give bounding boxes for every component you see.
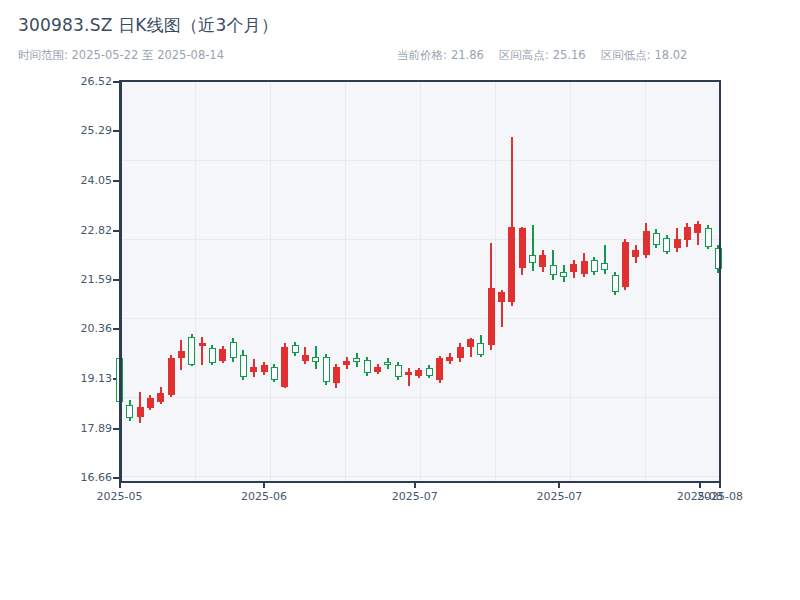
candlestick-down [560,272,567,277]
candle-wick [645,255,647,258]
candle-wick [242,377,244,380]
x-axis-tick-label: 2025-05 [80,491,160,503]
candlestick-up [261,365,268,372]
candlestick-down [292,345,299,354]
candlestick-up [674,239,681,248]
stat-range-low: 区间低点: 18.02 [601,48,688,63]
candlestick-up [374,367,381,372]
stat-label: 当前价格: [397,48,447,63]
candlestick-up [519,228,526,268]
y-axis-tick-label: 26.52 [42,76,112,88]
candlestick-down [705,228,712,246]
candlestick-down [188,337,195,365]
grid-line-vertical [645,80,646,483]
candlestick-up [178,351,185,358]
candle-wick [532,263,534,271]
candle-wick [614,292,616,295]
plot-area [119,80,721,483]
candle-wick [552,250,554,265]
x-axis-tick-label: 2025-06 [224,491,304,503]
candle-wick [129,418,131,420]
candle-wick [501,302,503,327]
candle-wick [335,383,337,387]
candlestick-up [147,398,154,408]
candlestick-up [539,255,546,267]
grid-line-vertical [270,80,271,483]
y-axis-tick-label: 20.36 [42,323,112,335]
candlestick-up [436,358,443,380]
x-axis-tick-mark [119,483,121,488]
x-axis-tick-label: 2025-07 [519,491,599,503]
axis-spine-right [719,80,721,483]
candlestick-up [632,250,639,257]
candle-wick [408,375,410,386]
candle-wick [480,335,482,343]
candle-wick [583,274,585,277]
candle-wick [253,372,255,377]
price-stats: 当前价格: 21.86 区间高点: 25.16 区间低点: 18.02 [397,48,687,63]
candle-wick [191,365,193,367]
candlestick-up [694,224,701,233]
candle-wick [377,372,379,374]
candle-wick [211,363,213,365]
y-axis-tick-label: 21.59 [42,274,112,286]
stat-value: 21.86 [451,48,484,63]
candle-wick [315,362,317,368]
candle-wick [511,137,513,227]
candle-wick [294,353,296,355]
candle-wick [253,359,255,367]
candlestick-up [281,347,288,387]
stat-current-price: 当前价格: 21.86 [397,48,484,63]
candle-wick [139,392,141,407]
candlestick-up [498,292,505,302]
candle-wick [697,233,699,245]
candle-wick [666,252,668,254]
candle-wick [315,346,317,357]
stat-value: 25.16 [553,48,586,63]
grid-line-vertical [345,80,346,483]
stat-value: 18.02 [655,48,688,63]
candlestick-down [209,348,216,363]
candle-wick [604,270,606,274]
candlestick-up [405,372,412,375]
candle-wick [418,376,420,378]
candle-wick [563,265,565,272]
candle-wick [521,268,523,274]
candle-wick [170,395,172,397]
candle-wick [439,380,441,383]
candle-wick [304,347,306,354]
candle-wick [284,387,286,389]
candlestick-up [622,242,629,287]
candle-wick [346,365,348,369]
candle-wick [428,376,430,378]
candlestick-down [353,358,360,362]
candlestick-up [488,288,495,345]
candlestick-up [250,367,257,372]
candle-wick [222,361,224,363]
candle-wick [676,228,678,239]
kline-chart-window: 300983.SZ 日K线图（近3个月） 时间范围: 2025-05-22 至 … [0,0,800,600]
candlestick-up [333,367,340,383]
candlestick-down [395,365,402,377]
y-axis-tick-label: 19.13 [42,373,112,385]
y-axis-tick-label: 25.29 [42,125,112,137]
grid-line-vertical [570,80,571,483]
candlestick-down [550,265,557,275]
candle-wick [593,272,595,275]
grid-line-horizontal [119,318,721,319]
candle-wick [232,358,234,362]
x-axis-tick-label: 2025-08 [680,491,760,503]
candlestick-up [137,407,144,417]
candle-wick [201,346,203,365]
grid-line-horizontal [119,476,721,477]
grid-line-vertical [195,80,196,483]
candlestick-up [570,264,577,272]
candlestick-down [230,342,237,358]
candle-wick [356,362,358,366]
candle-wick [387,365,389,369]
candlestick-up [199,343,206,346]
candlestick-down [591,260,598,272]
grid-line-horizontal [119,239,721,240]
candle-wick [707,247,709,250]
candlestick-up [457,347,464,358]
